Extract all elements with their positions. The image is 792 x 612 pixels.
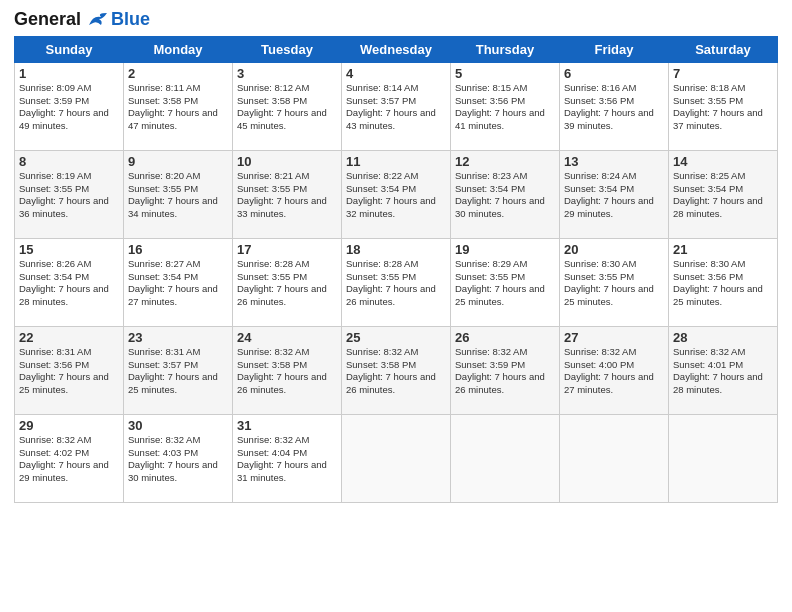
cell-text: Sunrise: 8:23 AMSunset: 3:54 PMDaylight:…	[455, 170, 545, 219]
day-number: 27	[564, 330, 664, 345]
day-number: 17	[237, 242, 337, 257]
table-row: 21Sunrise: 8:30 AMSunset: 3:56 PMDayligh…	[669, 238, 778, 326]
table-row: 29Sunrise: 8:32 AMSunset: 4:02 PMDayligh…	[15, 414, 124, 502]
cell-text: Sunrise: 8:25 AMSunset: 3:54 PMDaylight:…	[673, 170, 763, 219]
table-row: 3Sunrise: 8:12 AMSunset: 3:58 PMDaylight…	[233, 62, 342, 150]
day-number: 12	[455, 154, 555, 169]
cell-text: Sunrise: 8:22 AMSunset: 3:54 PMDaylight:…	[346, 170, 436, 219]
table-row: 16Sunrise: 8:27 AMSunset: 3:54 PMDayligh…	[124, 238, 233, 326]
day-number: 3	[237, 66, 337, 81]
day-number: 31	[237, 418, 337, 433]
header: General Blue	[14, 10, 778, 30]
cell-text: Sunrise: 8:32 AMSunset: 4:03 PMDaylight:…	[128, 434, 218, 483]
day-number: 16	[128, 242, 228, 257]
table-row: 31Sunrise: 8:32 AMSunset: 4:04 PMDayligh…	[233, 414, 342, 502]
day-number: 28	[673, 330, 773, 345]
col-header-tuesday: Tuesday	[233, 36, 342, 62]
table-row: 12Sunrise: 8:23 AMSunset: 3:54 PMDayligh…	[451, 150, 560, 238]
table-row: 20Sunrise: 8:30 AMSunset: 3:55 PMDayligh…	[560, 238, 669, 326]
table-row: 4Sunrise: 8:14 AMSunset: 3:57 PMDaylight…	[342, 62, 451, 150]
cell-text: Sunrise: 8:29 AMSunset: 3:55 PMDaylight:…	[455, 258, 545, 307]
cell-text: Sunrise: 8:14 AMSunset: 3:57 PMDaylight:…	[346, 82, 436, 131]
table-row	[560, 414, 669, 502]
day-number: 14	[673, 154, 773, 169]
cell-text: Sunrise: 8:28 AMSunset: 3:55 PMDaylight:…	[237, 258, 327, 307]
col-header-thursday: Thursday	[451, 36, 560, 62]
cell-text: Sunrise: 8:32 AMSunset: 3:59 PMDaylight:…	[455, 346, 545, 395]
table-row: 15Sunrise: 8:26 AMSunset: 3:54 PMDayligh…	[15, 238, 124, 326]
cell-text: Sunrise: 8:27 AMSunset: 3:54 PMDaylight:…	[128, 258, 218, 307]
table-row: 28Sunrise: 8:32 AMSunset: 4:01 PMDayligh…	[669, 326, 778, 414]
table-row: 24Sunrise: 8:32 AMSunset: 3:58 PMDayligh…	[233, 326, 342, 414]
cell-text: Sunrise: 8:31 AMSunset: 3:57 PMDaylight:…	[128, 346, 218, 395]
table-row: 26Sunrise: 8:32 AMSunset: 3:59 PMDayligh…	[451, 326, 560, 414]
cell-text: Sunrise: 8:30 AMSunset: 3:55 PMDaylight:…	[564, 258, 654, 307]
cell-text: Sunrise: 8:16 AMSunset: 3:56 PMDaylight:…	[564, 82, 654, 131]
day-number: 20	[564, 242, 664, 257]
cell-text: Sunrise: 8:21 AMSunset: 3:55 PMDaylight:…	[237, 170, 327, 219]
cell-text: Sunrise: 8:32 AMSunset: 4:04 PMDaylight:…	[237, 434, 327, 483]
cell-text: Sunrise: 8:30 AMSunset: 3:56 PMDaylight:…	[673, 258, 763, 307]
day-number: 19	[455, 242, 555, 257]
day-number: 23	[128, 330, 228, 345]
cell-text: Sunrise: 8:24 AMSunset: 3:54 PMDaylight:…	[564, 170, 654, 219]
col-header-sunday: Sunday	[15, 36, 124, 62]
table-row: 11Sunrise: 8:22 AMSunset: 3:54 PMDayligh…	[342, 150, 451, 238]
day-number: 22	[19, 330, 119, 345]
table-row: 8Sunrise: 8:19 AMSunset: 3:55 PMDaylight…	[15, 150, 124, 238]
day-number: 11	[346, 154, 446, 169]
day-number: 8	[19, 154, 119, 169]
col-header-wednesday: Wednesday	[342, 36, 451, 62]
cell-text: Sunrise: 8:12 AMSunset: 3:58 PMDaylight:…	[237, 82, 327, 131]
logo-bird-icon	[87, 11, 109, 29]
logo-general: General	[14, 9, 81, 29]
day-number: 7	[673, 66, 773, 81]
table-row: 1Sunrise: 8:09 AMSunset: 3:59 PMDaylight…	[15, 62, 124, 150]
page-container: General Blue SundayMondayTuesdayWednesda…	[0, 0, 792, 513]
day-number: 29	[19, 418, 119, 433]
logo: General Blue	[14, 10, 150, 30]
table-row: 25Sunrise: 8:32 AMSunset: 3:58 PMDayligh…	[342, 326, 451, 414]
day-number: 10	[237, 154, 337, 169]
table-row: 19Sunrise: 8:29 AMSunset: 3:55 PMDayligh…	[451, 238, 560, 326]
day-number: 26	[455, 330, 555, 345]
cell-text: Sunrise: 8:32 AMSunset: 4:01 PMDaylight:…	[673, 346, 763, 395]
table-row: 13Sunrise: 8:24 AMSunset: 3:54 PMDayligh…	[560, 150, 669, 238]
table-row: 9Sunrise: 8:20 AMSunset: 3:55 PMDaylight…	[124, 150, 233, 238]
cell-text: Sunrise: 8:11 AMSunset: 3:58 PMDaylight:…	[128, 82, 218, 131]
cell-text: Sunrise: 8:31 AMSunset: 3:56 PMDaylight:…	[19, 346, 109, 395]
day-number: 1	[19, 66, 119, 81]
cell-text: Sunrise: 8:32 AMSunset: 3:58 PMDaylight:…	[346, 346, 436, 395]
logo-blue: Blue	[111, 10, 150, 30]
table-row: 5Sunrise: 8:15 AMSunset: 3:56 PMDaylight…	[451, 62, 560, 150]
table-row: 30Sunrise: 8:32 AMSunset: 4:03 PMDayligh…	[124, 414, 233, 502]
table-row: 17Sunrise: 8:28 AMSunset: 3:55 PMDayligh…	[233, 238, 342, 326]
day-number: 6	[564, 66, 664, 81]
table-row: 10Sunrise: 8:21 AMSunset: 3:55 PMDayligh…	[233, 150, 342, 238]
day-number: 9	[128, 154, 228, 169]
cell-text: Sunrise: 8:32 AMSunset: 4:00 PMDaylight:…	[564, 346, 654, 395]
cell-text: Sunrise: 8:32 AMSunset: 4:02 PMDaylight:…	[19, 434, 109, 483]
table-row: 22Sunrise: 8:31 AMSunset: 3:56 PMDayligh…	[15, 326, 124, 414]
table-row: 14Sunrise: 8:25 AMSunset: 3:54 PMDayligh…	[669, 150, 778, 238]
table-row	[342, 414, 451, 502]
col-header-friday: Friday	[560, 36, 669, 62]
day-number: 18	[346, 242, 446, 257]
table-row: 2Sunrise: 8:11 AMSunset: 3:58 PMDaylight…	[124, 62, 233, 150]
cell-text: Sunrise: 8:20 AMSunset: 3:55 PMDaylight:…	[128, 170, 218, 219]
table-row	[451, 414, 560, 502]
table-row: 18Sunrise: 8:28 AMSunset: 3:55 PMDayligh…	[342, 238, 451, 326]
cell-text: Sunrise: 8:19 AMSunset: 3:55 PMDaylight:…	[19, 170, 109, 219]
cell-text: Sunrise: 8:28 AMSunset: 3:55 PMDaylight:…	[346, 258, 436, 307]
day-number: 13	[564, 154, 664, 169]
table-row: 27Sunrise: 8:32 AMSunset: 4:00 PMDayligh…	[560, 326, 669, 414]
day-number: 15	[19, 242, 119, 257]
table-row: 7Sunrise: 8:18 AMSunset: 3:55 PMDaylight…	[669, 62, 778, 150]
day-number: 30	[128, 418, 228, 433]
calendar-table: SundayMondayTuesdayWednesdayThursdayFrid…	[14, 36, 778, 503]
cell-text: Sunrise: 8:26 AMSunset: 3:54 PMDaylight:…	[19, 258, 109, 307]
table-row	[669, 414, 778, 502]
cell-text: Sunrise: 8:09 AMSunset: 3:59 PMDaylight:…	[19, 82, 109, 131]
col-header-saturday: Saturday	[669, 36, 778, 62]
cell-text: Sunrise: 8:32 AMSunset: 3:58 PMDaylight:…	[237, 346, 327, 395]
